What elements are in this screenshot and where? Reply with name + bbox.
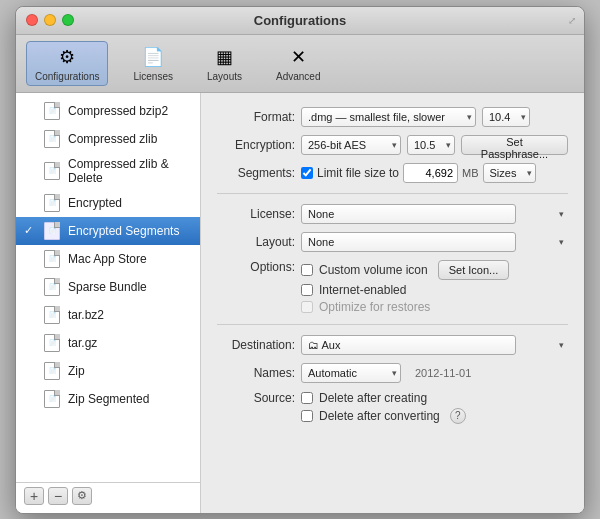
limit-filesize-label: Limit file size to [317, 166, 399, 180]
sidebar-item-label: Encrypted [68, 196, 122, 210]
delete-after-creating-row: Delete after creating [301, 391, 466, 405]
segment-controls: Limit file size to MB Sizes ▾ [301, 163, 536, 183]
optimize-restores-row: Optimize for restores [301, 300, 509, 314]
layout-label: Layout: [217, 235, 295, 249]
source-options: Delete after creating Delete after conve… [301, 391, 466, 424]
limit-filesize-checkbox[interactable] [301, 167, 313, 179]
sidebar-item-zip[interactable]: 📄 Zip [16, 357, 200, 385]
sidebar-item-encrypted-segments[interactable]: ✓ 📄 Encrypted Segments [16, 217, 200, 245]
sidebar-item-sparse-bundle[interactable]: 📄 Sparse Bundle [16, 273, 200, 301]
encryption-row: Encryption: 256-bit AES ▾ 10.5 ▾ Set Pas… [217, 135, 568, 155]
license-label: License: [217, 207, 295, 221]
sidebar-item-label: Sparse Bundle [68, 280, 147, 294]
file-icon: 📄 [42, 249, 62, 269]
layout-select-wrapper: None ▾ [301, 232, 568, 252]
layout-row: Layout: None ▾ [217, 232, 568, 252]
layout-arrow: ▾ [559, 237, 564, 247]
action-button[interactable]: ⚙ [72, 487, 92, 505]
sidebar-item-label: Compressed zlib [68, 132, 157, 146]
delete-after-converting-label: Delete after converting [319, 409, 440, 423]
license-select[interactable]: None [301, 204, 516, 224]
optimize-restores-label: Optimize for restores [319, 300, 430, 314]
toolbar-configurations[interactable]: ⚙ Configurations [26, 41, 108, 86]
format-select[interactable]: .dmg — smallest file, slower [301, 107, 476, 127]
file-icon: 📄 [42, 221, 62, 241]
encryption-select[interactable]: 256-bit AES [301, 135, 401, 155]
sidebar-item-mac-app-store[interactable]: 📄 Mac App Store [16, 245, 200, 273]
window-controls [26, 14, 74, 26]
sidebar-item-tar-bz2[interactable]: 📄 tar.bz2 [16, 301, 200, 329]
toolbar-licenses[interactable]: 📄 Licenses [124, 41, 181, 86]
toolbar-layouts-label: Layouts [207, 71, 242, 82]
filesize-value[interactable] [403, 163, 458, 183]
set-passphrase-button[interactable]: Set Passphrase... [461, 135, 568, 155]
sidebar-item-tar-gz[interactable]: 📄 tar.gz [16, 329, 200, 357]
sidebar-item-compressed-zlib[interactable]: 📄 Compressed zlib [16, 125, 200, 153]
divider-1 [217, 193, 568, 194]
custom-volume-row: Custom volume icon Set Icon... [301, 260, 509, 280]
sidebar-item-compressed-bzip2[interactable]: 📄 Compressed bzip2 [16, 97, 200, 125]
destination-select[interactable]: 🗂 Aux [301, 335, 516, 355]
destination-arrow: ▾ [559, 340, 564, 350]
file-icon: 📄 [42, 277, 62, 297]
delete-after-converting-row: Delete after converting ? [301, 408, 466, 424]
set-icon-button[interactable]: Set Icon... [438, 260, 510, 280]
minimize-button[interactable] [44, 14, 56, 26]
encryption-version-wrapper: 10.5 ▾ [407, 135, 455, 155]
delete-after-creating-checkbox[interactable] [301, 392, 313, 404]
names-label: Names: [217, 366, 295, 380]
sidebar-item-encrypted[interactable]: 📄 Encrypted [16, 189, 200, 217]
format-label: Format: [217, 110, 295, 124]
source-row: Source: Delete after creating Delete aft… [217, 391, 568, 424]
toolbar-configurations-label: Configurations [35, 71, 99, 82]
names-select[interactable]: Automatic [301, 363, 401, 383]
encryption-label: Encryption: [217, 138, 295, 152]
layouts-icon: ▦ [212, 45, 236, 69]
encryption-version-select[interactable]: 10.5 [407, 135, 455, 155]
close-button[interactable] [26, 14, 38, 26]
optimize-restores-checkbox[interactable] [301, 301, 313, 313]
format-select-wrapper: .dmg — smallest file, slower ▾ [301, 107, 476, 127]
delete-after-converting-checkbox[interactable] [301, 410, 313, 422]
sidebar-item-label: Mac App Store [68, 252, 147, 266]
toolbar: ⚙ Configurations 📄 Licenses ▦ Layouts ✕ … [16, 35, 584, 93]
title-bar: Configurations ⤢ [16, 7, 584, 35]
segments-label: Segments: [217, 166, 295, 180]
file-icon: 📄 [42, 389, 62, 409]
sidebar-item-compressed-zlib-delete[interactable]: 📄 Compressed zlib & Delete [16, 153, 200, 189]
internet-enabled-row: Internet-enabled [301, 283, 509, 297]
main-window: Configurations ⤢ ⚙ Configurations 📄 Lice… [15, 6, 585, 514]
sidebar-footer: + − ⚙ [16, 482, 200, 509]
destination-row: Destination: 🗂 Aux ▾ [217, 335, 568, 355]
licenses-icon: 📄 [141, 45, 165, 69]
custom-volume-checkbox[interactable] [301, 264, 313, 276]
internet-enabled-checkbox[interactable] [301, 284, 313, 296]
sidebar-item-label: Compressed zlib & Delete [68, 157, 192, 185]
segments-row: Segments: Limit file size to MB Sizes ▾ [217, 163, 568, 183]
maximize-button[interactable] [62, 14, 74, 26]
help-button[interactable]: ? [450, 408, 466, 424]
sidebar-item-zip-segmented[interactable]: 📄 Zip Segmented [16, 385, 200, 413]
sidebar-list: 📄 Compressed bzip2 📄 Compressed zlib 📄 C… [16, 97, 200, 482]
sidebar-item-label: Encrypted Segments [68, 224, 179, 238]
mb-label: MB [462, 167, 479, 179]
sizes-select[interactable]: Sizes [483, 163, 536, 183]
format-version-select[interactable]: 10.4 [482, 107, 530, 127]
file-icon: 📄 [42, 101, 62, 121]
divider-2 [217, 324, 568, 325]
license-row: License: None ▾ [217, 204, 568, 224]
add-button[interactable]: + [24, 487, 44, 505]
main-panel: Format: .dmg — smallest file, slower ▾ 1… [201, 93, 584, 513]
file-icon: 📄 [42, 161, 62, 181]
file-icon: 📄 [42, 361, 62, 381]
toolbar-layouts[interactable]: ▦ Layouts [198, 41, 251, 86]
layout-select[interactable]: None [301, 232, 516, 252]
advanced-icon: ✕ [286, 45, 310, 69]
remove-button[interactable]: − [48, 487, 68, 505]
license-arrow: ▾ [559, 209, 564, 219]
destination-select-wrapper: 🗂 Aux ▾ [301, 335, 568, 355]
custom-volume-label: Custom volume icon [319, 263, 428, 277]
content-area: 📄 Compressed bzip2 📄 Compressed zlib 📄 C… [16, 93, 584, 513]
names-date: 2012-11-01 [415, 367, 471, 379]
toolbar-advanced[interactable]: ✕ Advanced [267, 41, 329, 86]
